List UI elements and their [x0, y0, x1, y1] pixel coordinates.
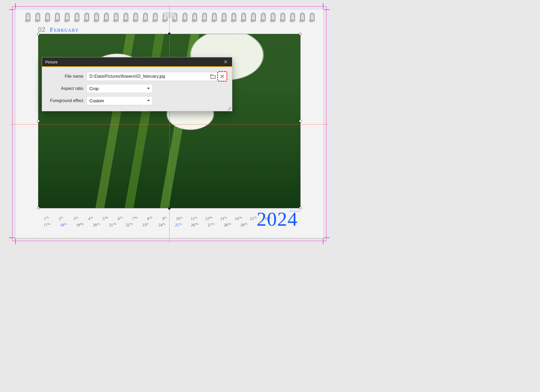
calendar-day: 24Sa [156, 223, 168, 227]
crop-tick [323, 238, 323, 244]
crop-tick [9, 10, 15, 10]
binding-ring-icon [288, 13, 296, 24]
calendar-day: 14We [233, 216, 244, 221]
calendar-day: 4Su [85, 216, 96, 221]
resize-handle[interactable] [37, 120, 40, 122]
resize-handle[interactable] [299, 33, 302, 35]
binding-ring-icon [210, 13, 217, 24]
resize-handle[interactable] [37, 207, 40, 209]
resize-handle[interactable] [299, 207, 302, 209]
calendar-day: 12Mo [203, 216, 215, 221]
binding-ring-icon [72, 13, 80, 24]
resize-handle[interactable] [37, 33, 40, 35]
binding-ring-icon [278, 13, 286, 24]
calendar-day: 25Su [172, 223, 185, 227]
foreground-effect-label: Foreground effect [47, 98, 87, 103]
calendar-day: 17Sa [41, 223, 53, 227]
calendar-day: 28We [221, 223, 234, 227]
picture-dialog: Picture File name [42, 57, 232, 111]
close-icon [224, 60, 227, 63]
calendar-day: 8Th [144, 216, 155, 221]
binding-ring-icon [62, 13, 70, 24]
month-number: 02 [38, 26, 46, 33]
aspect-ratio-label: Aspect ratio [47, 86, 87, 91]
calendar-day: 20Tu [90, 223, 103, 227]
calendar-day: 29Th [238, 223, 250, 227]
dialog-title: Picture [45, 60, 58, 64]
binding-ring-icon [33, 13, 41, 24]
x-icon [220, 74, 225, 79]
binding-ring-icon [43, 13, 51, 24]
month-header: 02 February [38, 26, 79, 33]
binding-ring-icon [23, 13, 31, 24]
calendar-day: 6Tu [115, 216, 126, 221]
calendar-day: 2Fr [56, 216, 67, 221]
binding-ring-icon [131, 13, 139, 24]
crop-tick [15, 3, 16, 9]
binding-ring-icon [141, 13, 149, 24]
calendar-day: 5Mo [100, 216, 111, 221]
binding-ring-icon [180, 13, 188, 24]
binding-ring-icon [229, 13, 237, 24]
binding-ring-icon [92, 13, 100, 24]
calendar-day: 9Fr [159, 216, 170, 221]
rotate-handle-icon[interactable] [168, 33, 170, 35]
month-name: February [50, 26, 79, 33]
calendar-day: 11Su [189, 216, 200, 221]
crop-tick [324, 238, 330, 238]
binding-ring-icon [200, 13, 208, 24]
crop-tick [323, 3, 323, 9]
calendar-day: 21We [106, 223, 119, 227]
browse-button[interactable] [209, 72, 217, 81]
aspect-ratio-select[interactable]: Crop [87, 84, 153, 93]
binding-ring-icon [121, 13, 129, 24]
resize-grip-icon[interactable] [228, 107, 232, 110]
calendar-day: 26Mo [188, 223, 201, 227]
binding-ring-icon [53, 13, 61, 24]
crop-tick [324, 10, 330, 10]
calendar-day: 10Sa [174, 216, 185, 221]
binding-ring-icon [219, 13, 227, 24]
folder-icon [210, 74, 216, 79]
binding-ring-icon [82, 13, 90, 24]
calendar-day: 1Th [41, 216, 52, 221]
foreground-effect-select[interactable]: Custom [87, 96, 153, 105]
dialog-close-button[interactable] [222, 59, 229, 65]
resize-handle[interactable] [299, 120, 302, 122]
file-name-input[interactable] [87, 72, 227, 81]
calendar-day: 19Mo [74, 223, 86, 227]
binding-ring-icon [111, 13, 119, 24]
calendar-day: 18Su [57, 223, 70, 227]
calendar-day: 22Th [123, 223, 135, 227]
dialog-body: File name Aspect ratio Crop [42, 67, 232, 111]
binding-ring-icon [298, 13, 306, 24]
binding-ring-icon [151, 13, 158, 24]
binding-ring-icon [190, 13, 198, 24]
binding-ring-icon [258, 13, 266, 24]
binding-ring-icon [268, 13, 276, 24]
calendar-day: 27Tu [205, 223, 217, 227]
crop-tick [15, 238, 16, 244]
calendar-days: 1Th2Fr3Sa4Su5Mo6Tu7We8Th9Fr10Sa11Su12Mo1… [41, 216, 274, 227]
crop-tick [9, 238, 15, 238]
file-name-label: File name [47, 74, 87, 79]
calendar-day: 23Fr [139, 223, 152, 227]
rotate-handle-icon[interactable] [168, 207, 170, 210]
calendar-page: 02 February Events 1Th2Fr3Sa4Su5Mo6Tu7We… [15, 10, 323, 238]
calendar-day: 7We [129, 216, 140, 221]
binding-ring-icon [239, 13, 247, 24]
binding-ring-icon [249, 13, 257, 24]
calendar-day: 13Tu [218, 216, 229, 221]
hanger-notch [164, 12, 175, 18]
binding-ring-icon [102, 13, 110, 24]
calendar-day: 3Sa [70, 216, 81, 221]
dialog-titlebar[interactable]: Picture [42, 57, 232, 66]
design-canvas: 02 February Events 1Th2Fr3Sa4Su5Mo6Tu7We… [11, 5, 328, 243]
binding-ring-icon [307, 13, 315, 24]
calendar-year: 2024 [257, 208, 298, 230]
clear-file-button[interactable] [218, 72, 226, 81]
